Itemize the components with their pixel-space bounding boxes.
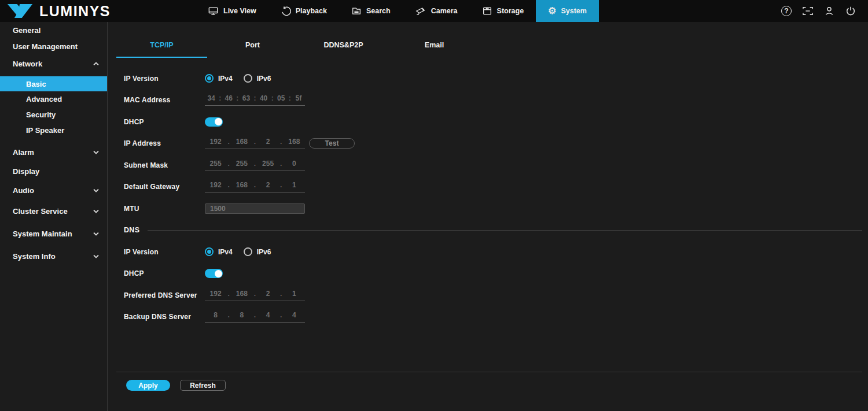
radio-label: IPv6 <box>257 75 271 83</box>
chevron-up-icon <box>93 62 99 66</box>
mac-address-input[interactable]: 34 : 46 : 63 : 40 : 05 : 5f <box>205 94 305 106</box>
nav-camera[interactable]: Camera <box>403 0 470 22</box>
sidebar-item-ip-speaker[interactable]: IP Speaker <box>0 123 107 138</box>
default-gateway-input[interactable]: 192 . 168 . 2 . 1 <box>205 181 305 192</box>
toggle-knob <box>215 118 222 125</box>
field-label: Preferred DNS Server <box>124 291 205 299</box>
nav-system[interactable]: ⚙ System <box>536 0 599 22</box>
form-row-subnet-mask: Subnet Mask 255 . 255 . 255 . 0 <box>124 154 862 176</box>
nav-label: Search <box>366 7 391 15</box>
main-content: TCP/IP Port DDNS&P2P Email IP Version IP… <box>108 22 868 411</box>
ip-octet: 192 <box>205 138 226 146</box>
brand-logo: LUMINYS <box>0 0 133 22</box>
mtu-input[interactable]: 1500 <box>205 203 305 214</box>
radio-label: IPv6 <box>257 248 271 256</box>
ip-version-radio-group: IPv4 IPv6 <box>205 74 271 83</box>
form-row-dhcp: DHCP <box>124 111 862 133</box>
radio-dns-ipv4[interactable]: IPv4 <box>205 247 233 256</box>
sidebar-item-label: Alarm <box>13 148 34 157</box>
radio-selected-icon <box>205 74 214 83</box>
sidebar-item-display[interactable]: Display <box>0 162 107 181</box>
subnet-mask-input[interactable]: 255 . 255 . 255 . 0 <box>205 160 305 171</box>
dhcp-toggle[interactable] <box>205 117 223 127</box>
header-actions: ? <box>781 0 868 22</box>
nav-label: System <box>561 7 586 15</box>
tab-tcpip[interactable]: TCP/IP <box>116 34 207 58</box>
ip-octet: 168 <box>231 290 252 298</box>
sidebar-item-general[interactable]: General <box>0 22 107 38</box>
sidebar-item-security[interactable]: Security <box>0 107 107 123</box>
sidebar-item-system-info[interactable]: System Info <box>0 245 107 268</box>
ip-octet: 4 <box>258 311 279 319</box>
playback-icon <box>281 6 291 16</box>
nav-playback[interactable]: Playback <box>269 0 339 22</box>
sidebar-item-basic[interactable]: Basic <box>0 76 107 91</box>
radio-dns-ipv6[interactable]: IPv6 <box>244 247 271 256</box>
sidebar-item-label: Network <box>13 60 42 68</box>
help-icon[interactable]: ? <box>781 5 792 17</box>
ip-octet: 2 <box>258 181 279 189</box>
sidebar-item-alarm[interactable]: Alarm <box>0 142 107 162</box>
field-label: DHCP <box>124 118 205 126</box>
field-label: DHCP <box>124 269 205 277</box>
sidebar-item-label: Cluster Service <box>13 207 68 216</box>
power-icon[interactable] <box>845 5 856 17</box>
user-icon[interactable] <box>823 5 835 17</box>
form-row-ip-version: IP Version IPv4 IPv6 <box>124 68 862 90</box>
nav-search[interactable]: Search <box>339 0 403 22</box>
sidebar-item-advanced[interactable]: Advanced <box>0 91 107 107</box>
chevron-down-icon <box>93 232 99 236</box>
sidebar-item-cluster-service[interactable]: Cluster Service <box>0 200 107 223</box>
tcpip-form: IP Version IPv4 IPv6 MAC Address 34 <box>124 68 862 328</box>
tab-ddns-p2p[interactable]: DDNS&P2P <box>298 34 389 58</box>
backup-dns-input[interactable]: 8 . 8 . 4 . 4 <box>205 311 305 323</box>
tab-port[interactable]: Port <box>207 34 298 58</box>
mac-octet: 5f <box>292 94 305 102</box>
test-button[interactable]: Test <box>309 138 355 149</box>
sidebar-item-label: System Info <box>13 252 56 261</box>
sidebar-item-audio[interactable]: Audio <box>0 181 107 200</box>
storage-icon <box>482 6 492 16</box>
ip-address-input[interactable]: 192 . 168 . 2 . 168 <box>205 138 305 149</box>
main-nav: Live View Playback Search Camera <box>196 0 599 22</box>
network-tabs: TCP/IP Port DDNS&P2P Email <box>116 34 868 58</box>
sidebar-item-label: Display <box>13 167 39 176</box>
ip-octet: 2 <box>258 290 279 298</box>
monitor-icon <box>208 6 219 16</box>
form-row-ip-address: IP Address 192 . 168 . 2 . 168 Test <box>124 133 862 155</box>
refresh-button[interactable]: Refresh <box>180 380 226 391</box>
ip-octet: 255 <box>258 160 279 168</box>
apply-button[interactable]: Apply <box>126 380 170 391</box>
nav-storage[interactable]: Storage <box>470 0 536 22</box>
network-submenu: Basic Advanced Security IP Speaker <box>0 76 107 138</box>
field-label: IP Version <box>124 75 205 83</box>
sidebar-item-system-maintain[interactable]: System Maintain <box>0 223 107 245</box>
radio-selected-icon <box>205 247 214 256</box>
radio-ipv6[interactable]: IPv6 <box>244 74 271 83</box>
camera-icon <box>415 6 426 16</box>
tab-email[interactable]: Email <box>389 34 480 58</box>
ip-octet: 168 <box>284 138 305 146</box>
nav-live-view[interactable]: Live View <box>196 0 269 22</box>
radio-ipv4[interactable]: IPv4 <box>205 74 233 83</box>
ip-octet: 192 <box>205 181 226 189</box>
sidebar-item-label: System Maintain <box>13 229 72 238</box>
ip-octet: 168 <box>231 138 252 146</box>
footer-buttons: Apply Refresh <box>126 380 868 391</box>
fullscreen-icon[interactable] <box>802 5 814 17</box>
sidebar-item-network[interactable]: Network <box>0 54 107 73</box>
radio-label: IPv4 <box>218 248 233 256</box>
sidebar-item-label: Basic <box>26 80 46 88</box>
toggle-knob <box>215 270 222 277</box>
nav-label: Camera <box>431 7 458 15</box>
ip-octet: 0 <box>284 160 305 168</box>
dns-dhcp-toggle[interactable] <box>205 269 223 278</box>
sidebar-item-user-management[interactable]: User Management <box>0 38 107 54</box>
radio-unselected-icon <box>244 74 252 83</box>
ip-octet: 192 <box>205 290 226 298</box>
ip-octet: 255 <box>231 160 252 168</box>
ip-octet: 8 <box>205 311 226 319</box>
preferred-dns-input[interactable]: 192 . 168 . 2 . 1 <box>205 290 305 301</box>
sidebar-item-label: General <box>13 26 41 35</box>
ip-octet: 8 <box>231 311 252 319</box>
